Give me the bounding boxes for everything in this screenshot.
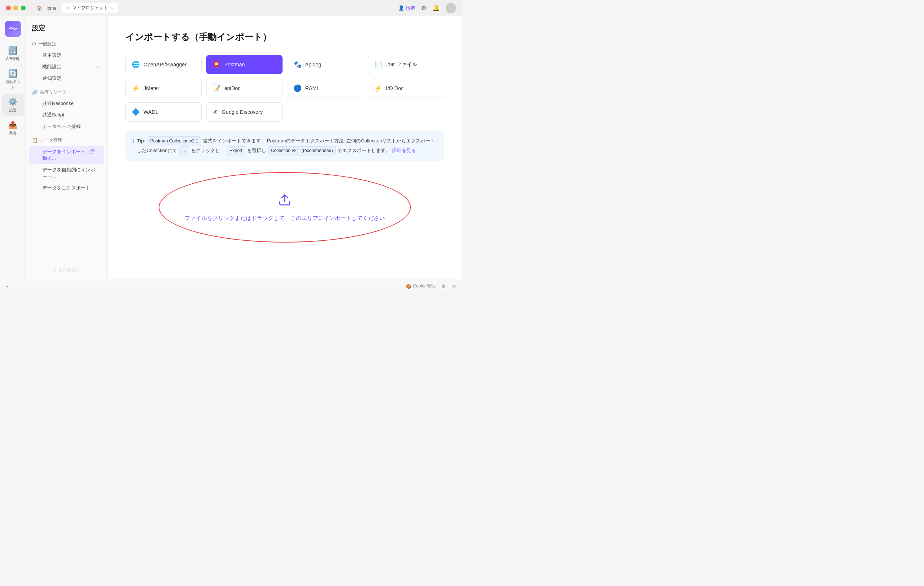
- apidoc-icon: 📝: [213, 84, 221, 92]
- window-controls: [6, 5, 26, 10]
- import-option-postman[interactable]: 📮 Postman: [206, 55, 282, 74]
- cookie-management-button[interactable]: 🍪 Cookie管理: [406, 283, 436, 289]
- minimize-button[interactable]: [13, 5, 18, 10]
- openapi-icon: 🌐: [132, 61, 140, 69]
- nav-sidebar: 設定 ⚙ 一般設定 基本設定 機能設定 › 通知設定 › 🔗 共有リソース 共通: [26, 17, 107, 279]
- tab-home[interactable]: 🏠 Home: [31, 4, 61, 13]
- bottom-bar: « 🍪 Cookie管理 🗑 ⚙: [0, 279, 462, 293]
- wadl-icon: 🔷: [132, 108, 140, 116]
- data-mgmt-icon: 📋: [32, 138, 38, 143]
- upload-text: ファイルをクリックまたはドラッグして、このエリアにインポートしてください: [185, 215, 385, 222]
- jmeter-label: JMeter: [144, 85, 160, 91]
- import-option-raml[interactable]: 🔵 RAML: [287, 79, 363, 98]
- har-label: .har ファイル: [386, 61, 417, 68]
- import-options-grid: 🌐 OpenAPI/Swagger 📮 Postman 🐾 Apidog 📄 .…: [125, 55, 444, 122]
- sidebar-item-shared[interactable]: 📤 共有: [2, 117, 24, 139]
- settings-icon[interactable]: ⚙: [421, 5, 426, 12]
- trash-icon: 🗑: [442, 284, 446, 289]
- upload-oval[interactable]: ファイルをクリックまたはドラッグして、このエリアにインポートしてください: [159, 172, 411, 243]
- api-mgmt-icon: 🔢: [8, 46, 17, 55]
- nav-sidebar-title: 設定: [26, 24, 107, 39]
- sidebar-item-api-mgmt[interactable]: 🔢 API管理: [2, 43, 24, 64]
- invite-person-icon: 👤: [398, 5, 404, 11]
- google-discovery-label: Google Discovery: [222, 109, 263, 115]
- trash-button[interactable]: 🗑: [442, 284, 446, 289]
- auto-test-label: 自動テスト: [5, 79, 21, 90]
- upload-area[interactable]: ファイルをクリックまたはドラッグして、このエリアにインポートしてください: [125, 170, 444, 244]
- nav-item-import-auto[interactable]: データを自動的にインポート...: [29, 164, 104, 182]
- shared-label: 共有: [9, 130, 16, 136]
- tab-project[interactable]: ✕ マイプロジェクト ✎: [61, 3, 118, 13]
- feature-arrow-icon: ›: [97, 65, 98, 69]
- shared-resources-icon: 🔗: [32, 89, 38, 95]
- main-layout: 〜 🔢 API管理 🔄 自動テスト ⚙️ 設定 📤 共有 設定 ⚙ 一般設定 基…: [0, 17, 462, 279]
- cookie-label: Cookie管理: [413, 283, 436, 289]
- export-tag: Export: [227, 146, 245, 156]
- import-option-apidoc[interactable]: 📝 apiDoc: [206, 79, 282, 98]
- nav-item-export[interactable]: データをエクスポート: [29, 182, 104, 193]
- tip-text3: をクリックし、: [191, 148, 225, 153]
- import-option-jmeter[interactable]: ⚡ JMeter: [125, 79, 202, 98]
- shared-icon: 📤: [8, 120, 17, 129]
- notify-arrow-icon: ›: [97, 76, 98, 81]
- bottom-right: 🍪 Cookie管理 🗑 ⚙: [406, 283, 456, 289]
- import-option-wadl[interactable]: 🔷 WADL: [125, 102, 202, 122]
- apidoc-label: apiDoc: [224, 85, 241, 91]
- icon-sidebar: 〜 🔢 API管理 🔄 自動テスト ⚙️ 設定 📤 共有: [0, 17, 26, 279]
- tab-close-icon[interactable]: ✕: [67, 5, 70, 10]
- nav-item-import-manual[interactable]: データをインポート（手動イ...: [29, 146, 104, 164]
- ellipsis-tag: …: [180, 146, 189, 156]
- data-mgmt-label: データ管理: [40, 137, 62, 144]
- detail-link[interactable]: 詳細を見る: [392, 148, 416, 153]
- jmeter-icon: ⚡: [132, 84, 140, 92]
- feature-label: 機能設定: [42, 63, 61, 70]
- close-button[interactable]: [6, 5, 11, 10]
- raml-label: RAML: [305, 85, 320, 91]
- import-option-apidog[interactable]: 🐾 Apidog: [287, 55, 363, 74]
- maximize-button[interactable]: [21, 5, 26, 10]
- api-mgmt-label: API管理: [6, 56, 19, 61]
- postman-icon: 📮: [213, 61, 221, 69]
- avatar[interactable]: [446, 3, 456, 13]
- apidog-icon: 🐾: [293, 61, 302, 69]
- nav-item-common-script[interactable]: 共通Script: [29, 109, 104, 121]
- import-option-har[interactable]: 📄 .har ファイル: [368, 55, 444, 74]
- nav-item-basic[interactable]: 基本設定: [29, 50, 104, 61]
- home-icon: 🏠: [37, 5, 42, 11]
- app-logo: 〜: [5, 21, 21, 37]
- import-option-google-discovery[interactable]: ✳ Google Discovery: [206, 102, 282, 122]
- nav-section-data-header[interactable]: 📋 データ管理: [26, 135, 107, 146]
- home-label: Home: [45, 5, 56, 11]
- iodoc-icon: ⚡: [374, 84, 382, 92]
- nav-item-notify[interactable]: 通知設定 ›: [29, 73, 104, 84]
- nav-section-shared-header[interactable]: 🔗 共有リソース: [26, 87, 107, 97]
- tab-edit-icon: ✎: [110, 6, 113, 10]
- apidog-logo: ✳ APIDOG: [53, 268, 79, 272]
- sidebar-item-auto-test[interactable]: 🔄 自動テスト: [2, 66, 24, 93]
- help-button[interactable]: ⚙: [452, 284, 456, 289]
- shared-resources-label: 共有リソース: [40, 89, 67, 95]
- google-discovery-icon: ✳: [213, 108, 218, 116]
- apidog-label: Apidog: [305, 61, 322, 68]
- general-section-icon: ⚙: [32, 41, 36, 47]
- cookie-icon: 🍪: [406, 284, 412, 289]
- sidebar-item-settings[interactable]: ⚙️ 設定: [2, 94, 24, 116]
- settings-sidebar-icon: ⚙️: [8, 97, 17, 106]
- import-option-openapi[interactable]: 🌐 OpenAPI/Swagger: [125, 55, 202, 74]
- nav-item-common-response[interactable]: 共通Response: [29, 98, 104, 109]
- nav-item-db-connection[interactable]: データベース接続: [29, 121, 104, 132]
- nav-section-general-header[interactable]: ⚙ 一般設定: [26, 39, 107, 50]
- iodoc-label: I/O Doc: [386, 85, 403, 91]
- settings-label: 設定: [9, 107, 16, 113]
- raml-icon: 🔵: [293, 84, 302, 92]
- titlebar-right: 👤 招待 ⚙ 🔔: [398, 3, 456, 13]
- invite-button[interactable]: 👤 招待: [398, 5, 415, 12]
- collection-version-tag: Collection v2.1 (recommended): [269, 146, 335, 156]
- import-option-iodoc[interactable]: ⚡ I/O Doc: [368, 79, 444, 98]
- collapse-sidebar-button[interactable]: «: [6, 283, 8, 289]
- upload-icon: [278, 193, 292, 210]
- bell-icon[interactable]: 🔔: [432, 5, 440, 12]
- tip-header: ℹ Tip: Postman Collection v2.1 書式をインポートで…: [133, 137, 437, 155]
- nav-item-feature[interactable]: 機能設定 ›: [29, 61, 104, 72]
- nav-section-data-mgmt: 📋 データ管理 データをインポート（手動イ... データを自動的にインポート..…: [26, 135, 107, 193]
